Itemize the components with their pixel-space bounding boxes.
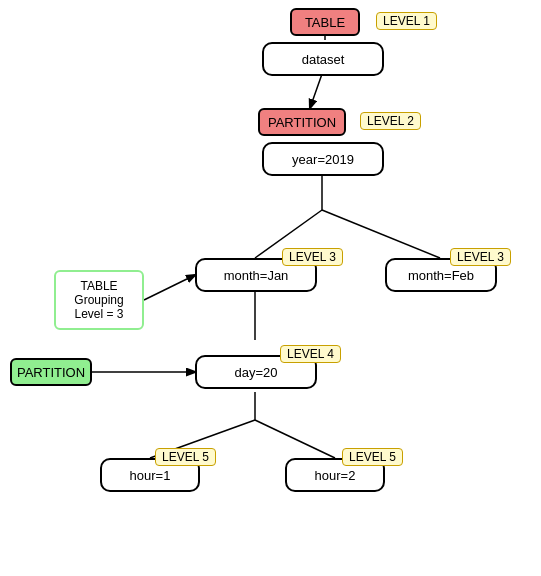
- partition-node: PARTITION: [258, 108, 346, 136]
- table-grouping-box: TABLE Grouping Level = 3: [54, 270, 144, 330]
- partition-green-node: PARTITION: [10, 358, 92, 386]
- level1-badge: LEVEL 1: [376, 12, 437, 30]
- level3-badge-jan: LEVEL 3: [282, 248, 343, 266]
- year-node: year=2019: [262, 142, 384, 176]
- level5-badge-h1: LEVEL 5: [155, 448, 216, 466]
- svg-line-10: [255, 420, 335, 458]
- svg-line-5: [144, 275, 195, 300]
- svg-line-1: [310, 74, 322, 108]
- table-node: TABLE: [290, 8, 360, 36]
- level3-badge-feb: LEVEL 3: [450, 248, 511, 266]
- level4-badge: LEVEL 4: [280, 345, 341, 363]
- dataset-node: dataset: [262, 42, 384, 76]
- diagram: TABLE LEVEL 1 dataset PARTITION LEVEL 2 …: [0, 0, 541, 576]
- level2-badge: LEVEL 2: [360, 112, 421, 130]
- level5-badge-h2: LEVEL 5: [342, 448, 403, 466]
